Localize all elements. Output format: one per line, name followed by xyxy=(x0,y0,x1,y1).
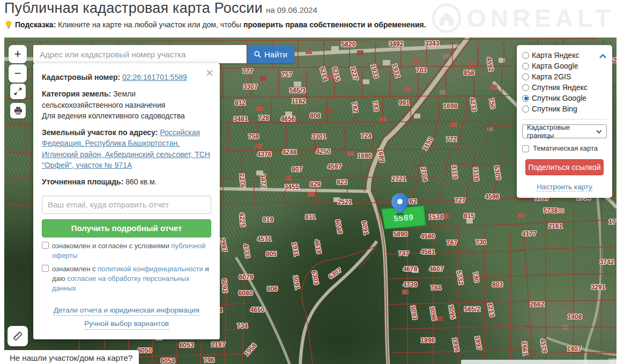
parcel-label: 759 xyxy=(248,133,259,140)
map-canvas[interactable]: 5820349233436245927777576214621512271933… xyxy=(4,38,616,364)
parcel-info-popup: × Кадастровый номер: 02:26:161701:5589 К… xyxy=(33,63,220,339)
thematic-map-checkbox[interactable] xyxy=(522,145,529,152)
layer-option-5[interactable]: Спутник Bing xyxy=(522,103,607,114)
parcel-label: 991 xyxy=(399,99,410,107)
layer-option-label: Карта Google xyxy=(532,62,578,70)
cadastral-number-link[interactable]: 02:26:161701:5589 xyxy=(122,73,187,81)
hint-text: Кликните на карте на любой участок или д… xyxy=(58,20,241,29)
personal-data-link[interactable]: согласие на обработку персональных данны… xyxy=(52,274,190,292)
parcel-label: 796 xyxy=(204,356,214,364)
parcel-label: 3481 xyxy=(234,115,248,123)
thematic-map-row[interactable]: Тематическая карта xyxy=(522,144,607,152)
address-label: Земельный участок по адресу: xyxy=(42,128,158,137)
search-button[interactable]: Найти xyxy=(247,45,294,63)
get-report-button[interactable]: Получить подробный отчет xyxy=(42,219,211,237)
parcel-label: 6050 xyxy=(138,347,152,354)
parcel-label: 2521 xyxy=(338,198,352,206)
parcel-label: 815 xyxy=(464,212,474,220)
parcel-label: 1896 xyxy=(421,337,435,344)
parcel-label: 4607 xyxy=(429,265,444,273)
layer-option-4[interactable]: Спутник Google xyxy=(522,93,607,103)
close-icon[interactable]: × xyxy=(204,64,216,81)
layer-option-label: Карта 2GIS xyxy=(532,72,571,81)
layer-option-2[interactable]: Карта 2GIS xyxy=(522,71,607,82)
radio-icon xyxy=(522,73,529,80)
parcel-label: 4571 xyxy=(257,235,272,243)
search-button-label: Найти xyxy=(264,50,287,59)
category-note: Для ведения коллективного садоводства xyxy=(42,110,211,121)
overlay-select[interactable]: Кадастровые границы xyxy=(522,124,607,138)
report-details-link[interactable]: Детали отчета и юридическая информация xyxy=(54,305,199,316)
manual-select-link[interactable]: Ручной выбор вариантов xyxy=(84,318,169,330)
parcel-label: 747 xyxy=(398,250,409,257)
layer-option-label: Спутник Яндекс xyxy=(532,83,588,92)
watermark-text: ONREALT xyxy=(467,4,614,33)
radio-icon xyxy=(522,52,529,59)
parcel-label: 4376 xyxy=(257,151,272,158)
layer-option-1[interactable]: Карта Google xyxy=(522,61,607,71)
zoom-in-button[interactable]: + xyxy=(9,45,27,63)
hint-label: Подсказка: xyxy=(15,20,56,29)
parcel-label: 4177 xyxy=(522,230,537,237)
share-link-button[interactable]: Поделиться ссылкой xyxy=(525,159,604,175)
pin-dot xyxy=(397,199,403,204)
not-found-bar[interactable]: Не нашли участок/дом на карте? xyxy=(4,350,139,364)
print-button[interactable] xyxy=(10,103,26,118)
measure-button[interactable] xyxy=(8,326,28,346)
parcel-label: 2721 xyxy=(392,175,406,183)
popup-footer-links: Детали отчета и юридическая информация Р… xyxy=(42,302,211,330)
hint-bold: проверить права собственности и обремене… xyxy=(243,20,426,29)
parcel-label: 772 xyxy=(446,136,457,143)
category-row: Категория земель: Земли сельскохозяйстве… xyxy=(42,88,211,121)
parcel-label: 4597 xyxy=(328,163,342,170)
parcel-label: 757 xyxy=(281,71,292,78)
layer-option-label: Спутник Bing xyxy=(532,105,577,113)
radio-icon xyxy=(522,95,529,102)
parcel-label: 5738 xyxy=(544,207,558,214)
parcel-label: 812 xyxy=(235,99,246,107)
offer-consent-checkbox[interactable] xyxy=(42,242,49,249)
parcel-label: 565/3 xyxy=(289,87,306,94)
email-input[interactable] xyxy=(42,196,211,214)
radio-icon xyxy=(522,106,529,113)
parcel-label: 6092 xyxy=(220,278,229,293)
layer-option-3[interactable]: Спутник Яндекс xyxy=(522,82,607,93)
parcel-label: 2276 xyxy=(238,173,247,188)
configure-map-link[interactable]: Настроить карту xyxy=(537,183,592,191)
parcel-label: 4678 xyxy=(403,265,418,273)
parcel-label: 1690 xyxy=(358,152,372,160)
privacy-policy-link[interactable]: политикой конфиденциальности xyxy=(98,265,203,273)
cadastral-number-label: Кадастровый номер: xyxy=(42,73,120,81)
parcel-label: 803 xyxy=(492,281,503,288)
hint-row: Подсказка: Кликните на карте на любой уч… xyxy=(5,20,426,31)
parcel-label: 6054 xyxy=(161,357,175,364)
layer-option-0[interactable]: Карта Яндекс xyxy=(522,50,607,61)
parcel-label: 4650 xyxy=(250,306,265,314)
search-icon xyxy=(254,51,261,58)
zoom-out-button[interactable]: − xyxy=(9,64,27,83)
address-row: Земельный участок по адресу: Российская … xyxy=(42,127,211,170)
parcel-label: 5890 xyxy=(393,231,408,238)
radio-icon xyxy=(522,63,529,70)
parcel-label: 3492 xyxy=(389,40,404,48)
collapse-panel-icon[interactable] xyxy=(599,51,607,61)
offer-consent-text-part: ознакомлен и согласен с условиями xyxy=(52,242,169,250)
watermark-logo: ONREALT xyxy=(432,3,614,33)
parcel-label: 730 xyxy=(476,239,486,246)
privacy-consent-checkbox[interactable] xyxy=(42,265,49,272)
parcel-label: 1534 xyxy=(429,213,443,221)
print-icon xyxy=(14,107,23,115)
search-input[interactable] xyxy=(33,45,247,63)
thematic-map-label: Тематическая карта xyxy=(533,144,598,152)
parcel-label: 4581 xyxy=(421,248,435,256)
parcel-label: 805 xyxy=(266,250,277,258)
overlay-select-value: Кадастровые границы xyxy=(527,123,596,139)
layer-option-label: Карта Яндекс xyxy=(532,51,579,60)
parcel-label: 565/2 xyxy=(464,306,480,313)
fullscreen-button[interactable] xyxy=(10,84,26,99)
parcel-label: 3307 xyxy=(243,83,258,91)
parcel-label: 819 xyxy=(263,216,273,224)
parcel-label: 4225 xyxy=(238,212,247,227)
offer-consent-text: ознакомлен и согласен с условиями публич… xyxy=(52,241,211,261)
area-row: Уточненная площадь: 860 кв.м. xyxy=(42,176,211,187)
